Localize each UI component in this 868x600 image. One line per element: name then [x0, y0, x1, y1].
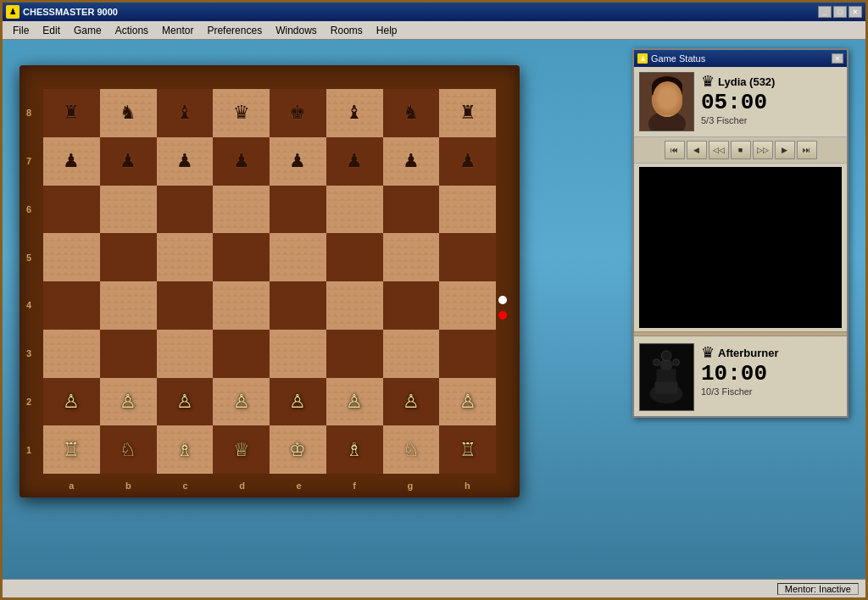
player1-header: ♛ Lydia (532): [701, 72, 842, 91]
sq-a3: [43, 330, 100, 378]
player1-settings: 5/3 Fischer: [701, 115, 842, 125]
sq-c5: [157, 233, 214, 281]
player1-piece-icon: ♛: [701, 72, 715, 91]
window-controls: _ □ ×: [818, 6, 862, 18]
menu-rooms[interactable]: Rooms: [324, 23, 370, 38]
sq-a7: ♟: [43, 137, 100, 186]
menu-actions[interactable]: Actions: [108, 23, 155, 38]
player2-settings: 10/3 Fischer: [701, 386, 842, 397]
svg-point-4: [670, 95, 676, 102]
sq-f5: [326, 233, 383, 281]
sq-a1: ♖: [43, 425, 100, 474]
menu-preferences[interactable]: Preferences: [200, 23, 269, 38]
transport-first[interactable]: ⏮: [665, 141, 685, 159]
panel-close-button[interactable]: ×: [832, 53, 843, 64]
sq-c4: [157, 281, 214, 330]
transport-prev[interactable]: ◀: [687, 141, 707, 159]
sq-a6: [43, 186, 100, 234]
sq-f2: ♙: [326, 378, 383, 426]
sq-c7: ♟: [157, 137, 214, 186]
sq-d1: ♕: [213, 425, 270, 474]
menu-help[interactable]: Help: [370, 23, 404, 38]
svg-point-6: [652, 76, 682, 97]
menu-game[interactable]: Game: [67, 23, 108, 38]
sq-e1: ♔: [270, 425, 326, 474]
menu-file[interactable]: File: [6, 23, 36, 38]
player2-area: ♛ Afterburner 10:00 10/3 Fischer: [634, 338, 847, 416]
panel-divider: [634, 331, 847, 336]
board-frame: 87654321 abcdefgh ♜ ♞ ♝ ♛ ♚ ♝ ♞ ♜: [19, 65, 520, 497]
player1-name: Lydia (532): [718, 75, 775, 88]
transport-next[interactable]: ▶: [775, 141, 795, 159]
svg-rect-11: [656, 369, 676, 382]
sq-b2: ♙: [100, 378, 157, 426]
panel-icon: ♟: [637, 53, 648, 64]
main-window: ♟ CHESSMASTER 9000 _ □ × File Edit Game …: [0, 0, 868, 600]
svg-point-2: [652, 83, 682, 117]
sq-a4: [43, 281, 100, 330]
sq-g6: [383, 186, 440, 234]
sq-a5: [43, 233, 100, 281]
menu-mentor[interactable]: Mentor: [155, 23, 200, 38]
chess-board-grid: ♜ ♞ ♝ ♛ ♚ ♝ ♞ ♜ ♟ ♟ ♟ ♟ ♟ ♟ ♟ ♟: [43, 89, 496, 474]
sq-h5: [439, 233, 496, 281]
sq-g1: ♘: [383, 425, 440, 474]
sq-a2: ♙: [43, 378, 100, 426]
sq-b1: ♘: [100, 425, 157, 474]
sq-g3: [383, 330, 440, 378]
sq-c1: ♗: [157, 425, 214, 474]
row-labels: 87654321: [26, 89, 31, 474]
panel-title: Game Status: [651, 53, 705, 64]
player1-area: ♛ Lydia (532) 05:00 5/3 Fischer: [634, 67, 847, 136]
transport-forward[interactable]: ▷▷: [753, 141, 773, 159]
player1-timer: 05:00: [701, 91, 842, 115]
sq-e2: ♙: [270, 378, 326, 426]
panel-title-bar: ♟ Game Status ×: [634, 50, 847, 67]
dot-white: [498, 296, 507, 304]
transport-rewind[interactable]: ◁◁: [709, 141, 729, 159]
status-bar: Mentor: Inactive: [3, 579, 865, 597]
sq-d6: [213, 186, 270, 234]
title-bar: ♟ CHESSMASTER 9000 _ □ ×: [3, 3, 865, 21]
game-status-panel: ♟ Game Status ×: [632, 48, 849, 418]
transport-stop[interactable]: ■: [731, 141, 751, 159]
app-icon: ♟: [6, 5, 19, 19]
player2-header: ♛ Afterburner: [701, 343, 842, 362]
menu-windows[interactable]: Windows: [269, 23, 324, 38]
close-button[interactable]: ×: [849, 6, 862, 18]
sq-b5: [100, 233, 157, 281]
sq-g4: [383, 281, 440, 330]
sq-b7: ♟: [100, 137, 157, 186]
player2-piece-icon: ♛: [701, 343, 715, 362]
sq-h4: [439, 281, 496, 330]
sq-f4: [326, 281, 383, 330]
sq-c8: ♝: [157, 89, 214, 137]
sq-a8: ♜: [43, 89, 100, 137]
svg-point-13: [661, 351, 671, 361]
minimize-button[interactable]: _: [818, 6, 832, 18]
sq-h8: ♜: [439, 89, 496, 137]
sq-d4: [213, 281, 270, 330]
sq-g2: ♙: [383, 378, 440, 426]
svg-point-14: [654, 359, 660, 366]
sq-h2: ♙: [439, 378, 496, 426]
transport-last[interactable]: ⏭: [797, 141, 817, 159]
player2-name: Afterburner: [718, 347, 779, 359]
sq-b6: [100, 186, 157, 234]
player1-photo: [639, 72, 694, 131]
transport-controls: ⏮ ◀ ◁◁ ■ ▷▷ ▶ ⏭: [634, 136, 847, 164]
sq-f7: ♟: [326, 137, 383, 186]
sq-b3: [100, 330, 157, 378]
sq-e6: [270, 186, 326, 234]
menu-edit[interactable]: Edit: [36, 23, 67, 38]
sq-c2: ♙: [157, 378, 214, 426]
sq-d7: ♟: [213, 137, 270, 186]
move-display: [639, 167, 842, 328]
dot-red: [498, 311, 507, 319]
sq-b8: ♞: [100, 89, 157, 137]
maximize-button[interactable]: □: [833, 6, 847, 18]
svg-point-5: [665, 103, 670, 106]
sq-f8: ♝: [326, 89, 383, 137]
svg-point-15: [673, 359, 680, 366]
sq-d8: ♛: [213, 89, 270, 137]
